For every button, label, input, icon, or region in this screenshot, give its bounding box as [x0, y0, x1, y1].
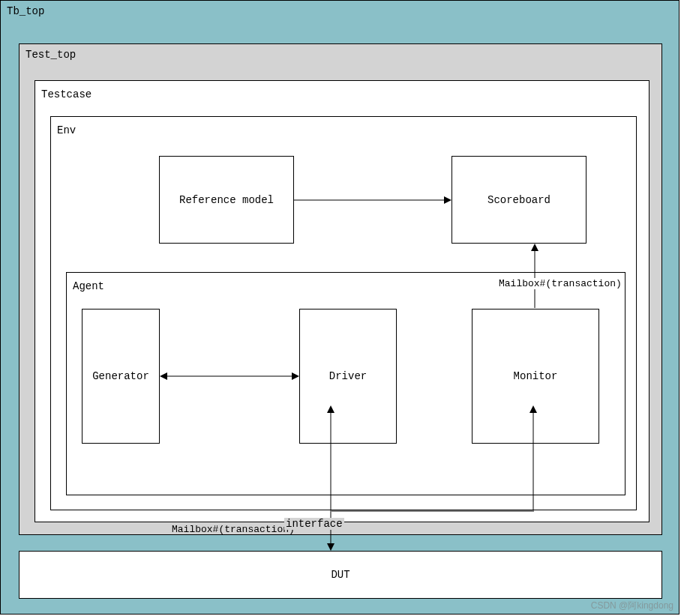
agent-label: Agent [73, 280, 104, 292]
svg-marker-6 [531, 244, 538, 251]
generator-block: Generator [82, 309, 160, 444]
tb-top-label: Tb_top [7, 5, 44, 17]
agent-container: Agent Generator Driver Monitor [66, 272, 626, 495]
env-container: Env Reference model Scoreboard Agent Gen… [50, 116, 637, 510]
scoreboard-text: Scoreboard [488, 194, 550, 206]
dut-block: DUT [19, 551, 662, 599]
svg-marker-3 [160, 372, 167, 380]
env-label: Env [57, 124, 76, 136]
test-top-label: Test_top [26, 49, 76, 61]
arrow-refmodel-scoreboard [294, 199, 452, 201]
testcase-container: Testcase Env Reference model Scoreboard … [34, 80, 650, 522]
generator-text: Generator [92, 370, 149, 382]
tb-top-container: Tb_top Test_top Testcase Env Reference m… [0, 0, 680, 615]
watermark-text: CSDN @阿kingdong [591, 600, 674, 612]
reference-model-text: Reference model [179, 194, 274, 206]
test-top-container: Test_top Testcase Env Reference model Sc… [19, 43, 662, 535]
dut-text: DUT [331, 569, 350, 581]
svg-marker-4 [292, 372, 299, 380]
svg-marker-9 [327, 543, 334, 551]
mailbox-monitor-scoreboard-label: Mailbox#(transaction) [497, 278, 623, 289]
driver-block: Driver [299, 309, 397, 444]
svg-marker-1 [444, 196, 452, 204]
monitor-text: Monitor [514, 370, 558, 382]
interface-label: interface [284, 518, 344, 530]
testcase-label: Testcase [41, 88, 92, 100]
mailbox-gen-driver-label: Mailbox#(transaction) [172, 524, 295, 535]
scoreboard-block: Scoreboard [452, 156, 586, 244]
driver-text: Driver [329, 370, 367, 382]
monitor-block: Monitor [472, 309, 599, 444]
reference-model-block: Reference model [159, 156, 294, 244]
arrow-generator-driver [160, 369, 299, 384]
